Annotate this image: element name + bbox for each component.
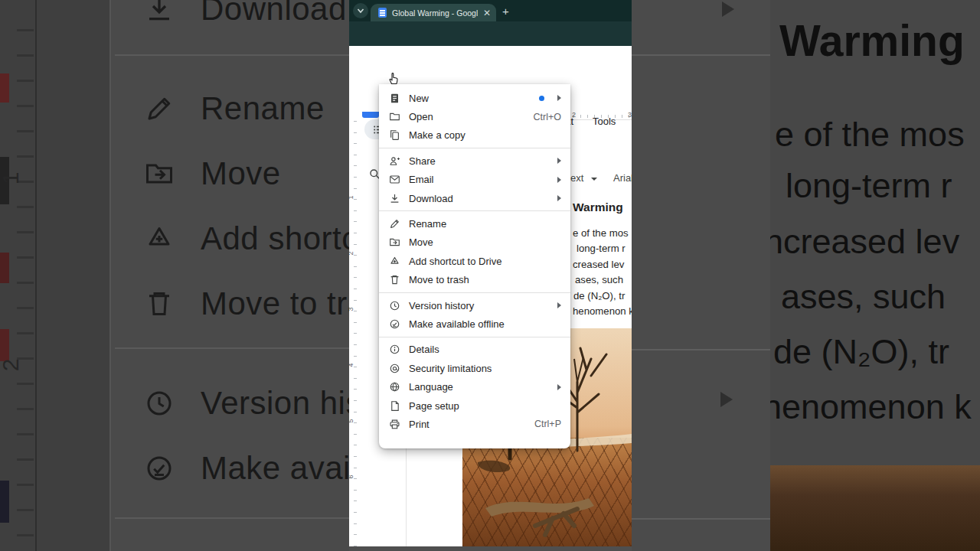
- menu-item-page-setup[interactable]: Page setup: [379, 396, 570, 415]
- backdrop-menu-item-label: Move to trash: [201, 285, 349, 322]
- language-globe-icon: [389, 381, 400, 393]
- menu-item-download[interactable]: Download: [379, 189, 570, 207]
- horizontal-scrollbar[interactable]: [349, 546, 632, 551]
- menu-item-details[interactable]: Details: [379, 341, 570, 359]
- menu-item-label: Rename: [409, 218, 561, 230]
- dropdown-caret-icon: [591, 178, 597, 181]
- menu-item-label: Page setup: [409, 400, 561, 412]
- ruler-number: 5: [349, 419, 354, 422]
- menu-separator: [379, 148, 570, 148]
- move-folder-icon: [389, 236, 400, 248]
- download-icon: [144, 0, 175, 24]
- backdrop-doc-heading: Warming: [779, 15, 965, 66]
- doc-heading-text: Warming: [573, 201, 623, 214]
- menu-item-make-available-offline[interactable]: Make available offline: [379, 315, 570, 333]
- backdrop-menu-item-label: Version history: [201, 385, 349, 422]
- doc-body-line: creased lev: [573, 259, 624, 270]
- file-menu-dropdown: NewOpenCtrl+OMake a copyShareEmailDownlo…: [379, 84, 570, 448]
- security-icon: [389, 363, 400, 374]
- ruler-number: 6: [349, 474, 354, 478]
- menu-item-shortcut: Ctrl+O: [534, 112, 561, 122]
- menu-item-label: Make available offline: [409, 318, 561, 330]
- backdrop-left-magnified-menu: 1 2 DownloadRenameMoveAdd shortcut to Dr…: [0, 0, 349, 551]
- video-frame: 1 2 DownloadRenameMoveAdd shortcut to Dr…: [0, 0, 980, 551]
- new-tab-button[interactable]: +: [502, 5, 509, 18]
- menu-item-security-limitations[interactable]: Security limitations: [379, 359, 570, 377]
- menu-item-version-history[interactable]: Version history: [379, 296, 570, 315]
- menu-item-open[interactable]: OpenCtrl+O: [379, 107, 570, 126]
- submenu-arrow-icon: [557, 95, 561, 101]
- paragraph-style-dropdown[interactable]: ext: [570, 172, 583, 184]
- chevron-down-icon: [357, 7, 364, 15]
- backdrop-menu-item-move: Move: [144, 155, 281, 192]
- browser-tab[interactable]: Global Warming - Google Docs ✕: [371, 4, 496, 21]
- menu-item-email[interactable]: Email: [379, 171, 570, 189]
- email-icon: [389, 174, 400, 185]
- page-setup-icon: [389, 400, 400, 412]
- new-doc-icon: [389, 93, 400, 104]
- backdrop-menu-item-download: Download: [144, 0, 347, 28]
- menu-item-label: Security limitations: [409, 363, 561, 374]
- backdrop-menu-separator: [115, 347, 349, 349]
- menu-item-rename[interactable]: Rename: [379, 214, 570, 233]
- backdrop-ruler-marker: [0, 253, 9, 283]
- doc-body-line: de (N₂O), tr: [573, 290, 625, 302]
- menu-item-language[interactable]: Language: [379, 377, 570, 396]
- menu-item-print[interactable]: PrintCtrl+P: [379, 415, 570, 433]
- menu-item-label: Version history: [409, 300, 549, 311]
- menu-item-move[interactable]: Move: [379, 233, 570, 252]
- drive-shortcut-icon: [144, 223, 175, 254]
- tab-title: Global Warming - Google Docs: [392, 8, 478, 18]
- backdrop-menu-item-label: Make available offline: [201, 450, 349, 487]
- backdrop-menu-separator: [115, 517, 349, 519]
- menu-item-make-a-copy[interactable]: Make a copy: [379, 126, 570, 145]
- backdrop-menu-separator: [632, 518, 770, 520]
- ruler-number: 2: [349, 251, 354, 255]
- menubar-item-tools[interactable]: Tools: [590, 115, 619, 128]
- menu-separator: [379, 210, 570, 211]
- menu-item-label: Download: [409, 193, 549, 204]
- menu-item-label: Details: [409, 344, 561, 355]
- backdrop-document-image: [770, 465, 980, 551]
- backdrop-menu-item-move-to-trash: Move to trash: [144, 285, 349, 322]
- backdrop-menu-item-label: Add shortcut to Drive: [201, 220, 349, 257]
- backdrop-doc-body-line: ases, such: [781, 277, 946, 317]
- backdrop-doc-body-line: ncreased lev: [770, 222, 959, 262]
- backdrop-menu-item-version-history: Version history: [144, 385, 349, 422]
- menu-item-label: New: [409, 93, 531, 104]
- submenu-arrow-icon: [557, 158, 561, 164]
- backdrop-menu-item-make-available-offline: Make available offline: [144, 450, 349, 487]
- close-tab-icon[interactable]: ✕: [483, 8, 491, 18]
- menu-separator: [379, 337, 570, 337]
- menu-item-shortcut: Ctrl+P: [534, 419, 561, 429]
- menu-item-add-shortcut-to-drive[interactable]: Add shortcut to Drive: [379, 252, 570, 270]
- vertical-ruler: 123456: [349, 121, 358, 546]
- ruler-number: 4: [349, 363, 354, 367]
- doc-body-line: ases, such: [575, 274, 623, 285]
- menu-item-new[interactable]: New: [379, 89, 570, 107]
- chrome-tab-strip: Global Warming - Google Docs ✕ +: [349, 0, 632, 21]
- submenu-arrow-icon: [557, 302, 561, 308]
- backdrop-doc-body-line: e of the mos: [775, 115, 965, 155]
- backdrop-vertical-ruler-line: [35, 0, 37, 551]
- open-folder-icon: [389, 111, 400, 122]
- menu-item-move-to-trash[interactable]: Move to trash: [379, 271, 570, 289]
- menu-item-share[interactable]: Share: [379, 152, 570, 170]
- backdrop-ruler-marker: [0, 329, 9, 361]
- font-family-dropdown[interactable]: Arial: [613, 172, 632, 184]
- submenu-arrow-icon: [557, 384, 561, 390]
- ruler-number: 3: [628, 111, 632, 119]
- backdrop-menu-item-add-shortcut-to-drive: Add shortcut to Drive: [144, 220, 349, 257]
- backdrop-menu-panel-edge: [632, 0, 770, 551]
- print-icon: [389, 419, 400, 430]
- backdrop-vertical-ruler-ticks: [17, 6, 34, 551]
- menu-item-label: Language: [409, 381, 549, 393]
- tab-search-chevron-button[interactable]: [353, 3, 368, 18]
- version-history-icon: [389, 300, 400, 311]
- chrome-address-row: ← → ⟳ docs.google.com/document/d/1rKf8qz…: [349, 21, 632, 46]
- rename-pencil-icon: [144, 93, 175, 124]
- drive-shortcut-icon: [389, 256, 400, 267]
- backdrop-menu-separator: [632, 349, 770, 350]
- docs-favicon-icon: [378, 8, 387, 18]
- menu-item-label: Move: [409, 236, 561, 248]
